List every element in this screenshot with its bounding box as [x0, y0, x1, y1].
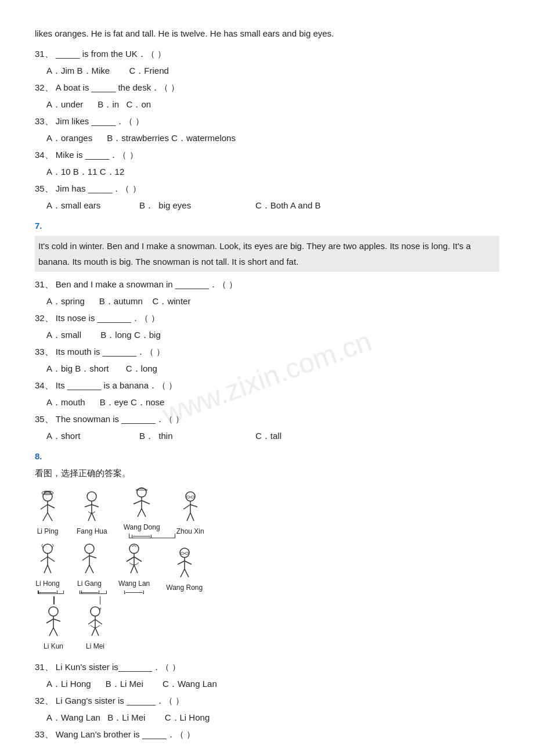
svg-line-45 [134, 557, 142, 561]
q32: 32、 A boat is _____ the desk．（ ） [35, 80, 499, 95]
svg-point-57 [49, 607, 58, 616]
q31: 31、 _____ is from the UK．（ ） [35, 46, 499, 62]
svg-line-67 [92, 628, 95, 636]
char-fang-hua: Fang Hua [77, 491, 107, 538]
char-wang-dong: Wang Dong [124, 487, 160, 538]
s7-q33: 33、 Its mouth is _______．（ ） [35, 344, 499, 359]
q33-text: Jim likes _____．（ ） [56, 116, 145, 126]
svg-line-66 [95, 620, 102, 624]
char-li-mei-label: Li Mei [86, 640, 104, 653]
svg-line-53 [185, 569, 189, 577]
section-7-questions: 31、 Ben and I make a snowman in _______．… [35, 276, 499, 444]
q33-options: A．oranges B．strawberries C．watermelons [46, 130, 499, 146]
char-li-kun-figure [41, 606, 66, 639]
svg-line-23 [183, 505, 190, 509]
q33-num: 33、 [35, 116, 53, 126]
s7-q35-options: A．short B． thin C．tall [46, 428, 499, 444]
char-wang-rong: Wang Rong [166, 547, 203, 595]
s7-q34: 34、 Its _______ is a banana．（ ） [35, 377, 499, 393]
s7-q32: 32、 Its nose is _______．（ ） [35, 310, 499, 326]
char-wang-dong-label: Wang Dong [124, 521, 160, 534]
svg-line-46 [131, 565, 134, 573]
char-li-kun: Li Kun [41, 606, 66, 653]
svg-line-26 [190, 513, 194, 521]
char-li-kun-label: Li Kun [44, 640, 63, 653]
s7-q32-options: A．small B．long C．big [46, 327, 499, 343]
svg-line-11 [92, 505, 99, 507]
svg-line-33 [48, 557, 55, 561]
q35-text: Jim has _____．（ ） [56, 183, 141, 193]
svg-line-5 [48, 513, 52, 521]
character-image: Li Ping Fang Hua [35, 487, 499, 653]
q33: 33、 Jim likes _____．（ ） [35, 113, 499, 129]
char-li-ping: Li Ping [35, 491, 60, 538]
svg-line-61 [49, 628, 53, 636]
svg-line-44 [127, 557, 134, 561]
svg-line-50 [178, 561, 185, 564]
svg-line-18 [138, 509, 142, 517]
s8-q31-options: A．Li Hong B．Li Mei C．Wang Lan [46, 676, 499, 692]
q31-num: 31、 [35, 49, 53, 59]
svg-line-24 [190, 505, 197, 507]
svg-point-63 [91, 607, 100, 616]
svg-point-36 [85, 544, 94, 553]
char-li-ping-label: Li Ping [37, 525, 59, 538]
svg-point-27 [186, 496, 190, 498]
char-zhou-xin: Zhou Xin [176, 491, 204, 538]
char-li-hong-figure [35, 543, 60, 577]
s7-q34-options: A．mouth B．eye C．nose [46, 394, 499, 410]
section-7-passage: It's cold in winter. Ben and I make a sn… [35, 236, 499, 272]
svg-line-62 [53, 628, 57, 636]
svg-point-0 [43, 492, 52, 501]
char-wang-lan-figure [121, 543, 147, 577]
svg-point-30 [43, 544, 52, 553]
s8-q31: 31、 Li Kun's sister is_______．（ ） [35, 659, 499, 675]
char-li-mei-figure [82, 606, 108, 639]
char-li-mei: Li Mei [82, 606, 108, 653]
q35: 35、 Jim has _____．（ ） [35, 181, 499, 196]
svg-line-32 [41, 557, 48, 561]
q35-optA: A．small ears [46, 197, 139, 213]
s7-q31-options: A．spring B．autumn C．winter [46, 293, 499, 309]
char-li-gang-label: Li Gang [77, 578, 102, 591]
char-zhou-xin-figure [178, 491, 203, 524]
char-wang-rong-label: Wang Rong [166, 582, 203, 595]
q34-text: Mike is _____．（ ） [56, 150, 138, 160]
q32-num: 32、 [35, 82, 53, 92]
s8-q32-options: A．Wang Lan B．Li Mei C．Li Hong [46, 710, 499, 725]
svg-line-2 [41, 505, 48, 509]
svg-point-48 [180, 548, 189, 557]
section-7-number: 7. [35, 218, 499, 233]
q35-num: 35、 [35, 183, 53, 193]
char-fang-hua-figure [79, 491, 104, 524]
s7-q35: 35、 The snowman is _______．（ ） [35, 411, 499, 427]
q32-options: A．under B．in C．on [46, 96, 499, 112]
svg-point-55 [185, 552, 189, 555]
q35-optB: B． big eyes [139, 197, 255, 213]
q32-text: A boat is _____ the desk．（ ） [56, 82, 179, 92]
svg-line-40 [85, 565, 89, 573]
section-6-questions: 31、 _____ is from the UK．（ ） A．Jim B．Mik… [35, 46, 499, 213]
svg-line-35 [48, 565, 51, 573]
svg-point-8 [87, 492, 96, 501]
passage-intro: likes oranges. He is fat and tall. He is… [35, 26, 499, 41]
svg-point-21 [186, 492, 195, 501]
svg-line-12 [88, 513, 92, 521]
svg-point-28 [191, 496, 194, 498]
svg-line-38 [82, 556, 89, 560]
char-li-hong: Li Hong [35, 543, 60, 595]
svg-line-13 [92, 513, 95, 521]
char-wang-lan-label: Wang Lan [118, 578, 150, 591]
s7-q31: 31、 Ben and I make a snowman in _______．… [35, 276, 499, 292]
svg-line-19 [142, 509, 146, 517]
section-8-questions: 31、 Li Kun's sister is_______．（ ） A．Li H… [35, 659, 499, 742]
char-wang-rong-figure [172, 547, 197, 581]
svg-line-65 [88, 620, 95, 624]
q34-num: 34、 [35, 150, 53, 160]
char-zhou-xin-label: Zhou Xin [176, 525, 204, 538]
svg-line-4 [43, 513, 48, 521]
char-li-gang-figure [77, 543, 102, 577]
q34-options: A．10 B．11 C．12 [46, 164, 499, 179]
s7-q33-options: A．big B．short C．long [46, 361, 499, 376]
char-li-hong-label: Li Hong [35, 578, 59, 591]
